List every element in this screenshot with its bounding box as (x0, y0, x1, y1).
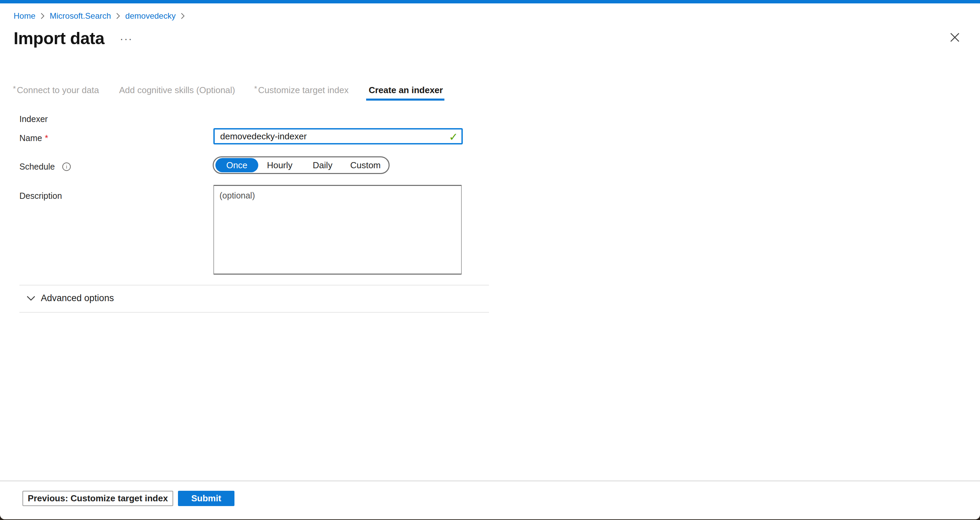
breadcrumb: Home Microsoft.Search demovedecky (14, 11, 190, 21)
tab-label: Add cognitive skills (Optional) (119, 85, 235, 95)
divider (19, 285, 489, 285)
tab-label: Create an indexer (369, 85, 443, 95)
schedule-label-text: Schedule (19, 162, 55, 172)
page-title: Import data (14, 29, 105, 48)
name-input-wrap: ✓ (213, 128, 463, 144)
breadcrumb-home[interactable]: Home (14, 11, 35, 21)
footer-divider (0, 480, 980, 481)
breadcrumb-demovedecky[interactable]: demovedecky (125, 11, 176, 21)
section-label-indexer: Indexer (19, 114, 48, 124)
chevron-right-icon (116, 12, 121, 20)
schedule-option-hourly[interactable]: Hourly (258, 158, 301, 172)
tab-add-cognitive-skills[interactable]: Add cognitive skills (Optional) (117, 84, 237, 98)
indexer-name-input[interactable] (213, 128, 463, 144)
description-textarea[interactable] (213, 185, 462, 274)
name-field-label: Name* (19, 133, 48, 143)
chevron-right-icon (40, 12, 45, 20)
description-field-label: Description (19, 191, 62, 201)
previous-button[interactable]: Previous: Customize target index (22, 491, 173, 506)
chevron-right-icon (180, 12, 185, 20)
name-label-text: Name (19, 133, 42, 143)
required-star: * (254, 84, 257, 93)
schedule-option-once[interactable]: Once (215, 158, 258, 172)
top-accent-bar (0, 0, 980, 3)
schedule-option-daily[interactable]: Daily (301, 158, 344, 172)
chevron-down-icon (27, 296, 35, 301)
required-asterisk: * (45, 133, 48, 143)
divider (19, 312, 489, 313)
wizard-tabs: *Connect to your data Add cognitive skil… (11, 84, 444, 101)
schedule-option-custom[interactable]: Custom (344, 158, 387, 172)
tab-label: Connect to your data (17, 85, 99, 95)
tab-label: Customize target index (258, 85, 349, 95)
advanced-options-label: Advanced options (41, 293, 114, 303)
advanced-options-toggle[interactable]: Advanced options (27, 293, 114, 303)
required-star: * (13, 84, 16, 93)
submit-button[interactable]: Submit (178, 491, 234, 506)
tab-connect-to-your-data[interactable]: *Connect to your data (11, 84, 100, 98)
breadcrumb-microsoft-search[interactable]: Microsoft.Search (50, 11, 111, 21)
schedule-segmented-control: Once Hourly Daily Custom (213, 156, 390, 174)
window-rounded-bottom (0, 515, 980, 519)
tab-create-an-indexer[interactable]: Create an indexer (366, 84, 444, 101)
more-menu-icon[interactable]: ··· (120, 33, 133, 45)
import-data-page: Home Microsoft.Search demovedecky Import… (0, 0, 980, 520)
schedule-field-label: Schedule i (19, 162, 71, 172)
close-icon[interactable] (947, 30, 962, 45)
tab-customize-target-index[interactable]: *Customize target index (253, 84, 350, 98)
info-icon[interactable]: i (62, 162, 71, 171)
